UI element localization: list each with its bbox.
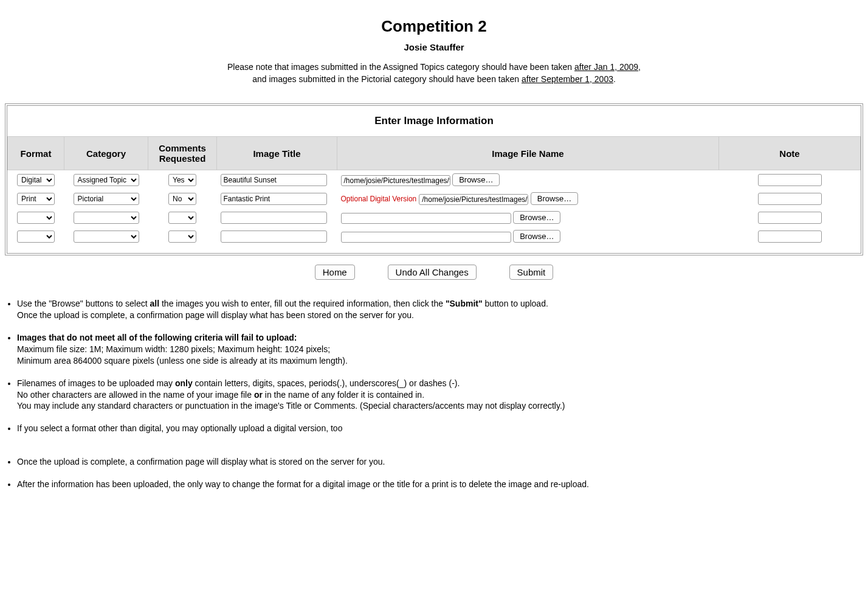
instruction-item: After the information has been uploaded,… (17, 479, 863, 490)
format-select[interactable] (17, 231, 55, 243)
instructions-list: Use the "Browse" buttons to select all t… (5, 298, 863, 490)
date-notice: Please note that images submitted in the… (5, 61, 863, 85)
optional-digital-label: Optional Digital Version (341, 195, 417, 203)
file-path-display (341, 232, 511, 243)
category-select[interactable]: Assigned Topic (74, 174, 139, 186)
file-path-display: /home/josie/Pictures/testImages/xcfImage… (419, 194, 528, 205)
col-filename: Image File Name (337, 137, 719, 170)
comments-select[interactable] (168, 231, 196, 243)
comments-select[interactable]: No (168, 193, 196, 205)
col-comments: Comments Requested (148, 137, 217, 170)
entry-table: Format Category Comments Requested Image… (7, 136, 861, 246)
undo-button[interactable]: Undo All Changes (388, 265, 477, 280)
file-path-display: /home/josie/Pictures/testImages/tester.j… (341, 175, 450, 186)
instr-text: the images you wish to enter, fill out t… (159, 299, 446, 308)
home-button[interactable]: Home (315, 265, 355, 280)
comments-select[interactable] (168, 212, 196, 224)
instr-bold: "Submit" (446, 299, 483, 308)
instr-text: Maximum file size: 1M; Maximum width: 12… (17, 344, 348, 366)
notice-date-2: after September 1, 2003 (522, 74, 613, 84)
col-format: Format (8, 137, 64, 170)
submit-button[interactable]: Submit (509, 265, 554, 280)
table-row: PrintPictorialNoOptional Digital Version… (8, 189, 861, 208)
category-select[interactable]: Pictorial (74, 193, 139, 205)
note-input[interactable] (758, 174, 822, 186)
form-section-title: Enter Image Information (7, 106, 861, 136)
instr-bold: all (150, 299, 160, 308)
note-input[interactable] (758, 193, 822, 205)
instruction-item: If you select a format other than digita… (17, 423, 863, 434)
title-input[interactable] (221, 193, 327, 205)
browse-button[interactable]: Browse… (513, 230, 560, 243)
page-title: Competition 2 (5, 17, 863, 36)
instr-text: Filenames of images to be uploaded may (17, 378, 175, 388)
col-title: Image Title (217, 137, 337, 170)
col-category: Category (64, 137, 148, 170)
browse-button[interactable]: Browse… (531, 192, 578, 205)
notice-text-post: . (613, 74, 616, 84)
browse-button[interactable]: Browse… (452, 173, 500, 186)
instr-bold: or (254, 390, 263, 400)
col-note: Note (719, 137, 861, 170)
title-input[interactable] (221, 212, 327, 224)
instruction-item: Once the upload is complete, a confirmat… (17, 456, 863, 468)
format-select[interactable] (17, 212, 55, 224)
category-select[interactable] (74, 231, 139, 243)
notice-text: Please note that images submitted in the… (227, 62, 574, 72)
note-input[interactable] (758, 212, 822, 224)
comments-select[interactable]: Yes (168, 174, 196, 186)
instruction-item: Use the "Browse" buttons to select all t… (17, 298, 863, 321)
instr-text: Use the "Browse" buttons to select (17, 299, 150, 308)
instruction-item: Filenames of images to be uploaded may o… (17, 378, 863, 412)
category-select[interactable] (74, 212, 139, 224)
title-input[interactable] (221, 231, 327, 243)
table-row: Browse… (8, 208, 861, 227)
format-select[interactable]: Print (17, 193, 55, 205)
image-info-form: Enter Image Information Format Category … (5, 103, 863, 255)
format-select[interactable]: Digital (17, 174, 55, 186)
instruction-item: Images that do not meet all of the follo… (17, 332, 863, 367)
table-row: Browse… (8, 227, 861, 246)
instr-bold: only (175, 378, 193, 388)
title-input[interactable] (221, 174, 327, 186)
instr-bold: Images that do not meet all of the follo… (17, 333, 297, 342)
browse-button[interactable]: Browse… (513, 211, 560, 224)
note-input[interactable] (758, 231, 822, 243)
file-path-display (341, 213, 511, 224)
author-name: Josie Stauffer (5, 42, 863, 52)
table-row: DigitalAssigned TopicYes/home/josie/Pict… (8, 170, 861, 190)
action-button-row: Home Undo All Changes Submit (5, 265, 863, 280)
notice-date-1: after Jan 1, 2009 (574, 62, 638, 72)
